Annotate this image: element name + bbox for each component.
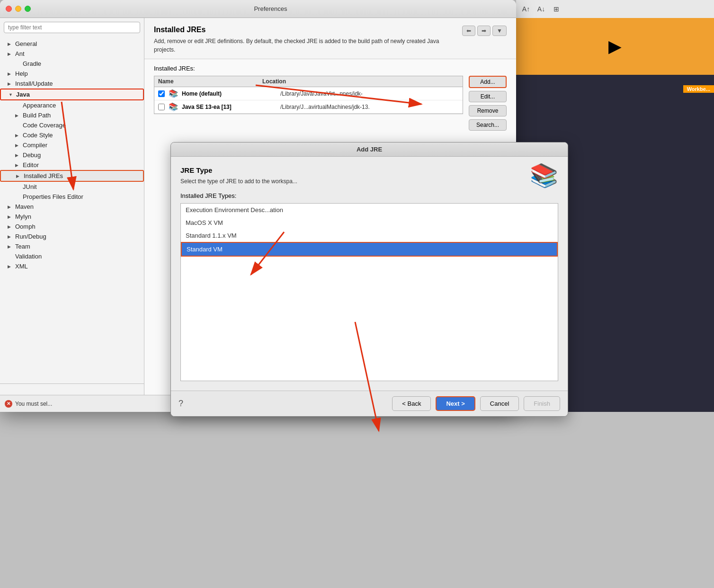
sidebar-item-label: Mylyn [15, 213, 31, 220]
sidebar-item-build-path[interactable]: ▶ Build Path [0, 110, 144, 120]
page-title: Installed JREs [154, 26, 447, 34]
sidebar-item-oomph[interactable]: ▶ Oomph [0, 222, 144, 232]
sidebar-item-label: Install/Update [15, 80, 53, 87]
installed-jre-types-label: Installed JRE Types: [180, 192, 558, 199]
sidebar-item-help[interactable]: ▶ Help [0, 69, 144, 79]
settings-icon[interactable]: ⊞ [550, 3, 562, 15]
sidebar-item-properties-files-editor[interactable]: Properties Files Editor [0, 192, 144, 202]
jre-book-icon: 📚 [169, 89, 178, 98]
sidebar-item-label: Gradle [23, 60, 41, 67]
col-name-header: Name [158, 78, 262, 85]
window-titlebar: Preferences [0, 0, 516, 18]
sidebar-item-gradle[interactable]: Gradle [0, 59, 144, 69]
dialog-footer-buttons: < Back Next > Cancel Finish [392, 396, 560, 411]
sidebar: ▶ General ▶ Ant Gradle ▶ Help [0, 18, 144, 412]
dialog-footer: ? < Back Next > Cancel Finish [171, 391, 568, 416]
sidebar-item-label: Installed JREs [24, 172, 63, 179]
finish-button[interactable]: Finish [524, 396, 560, 411]
sidebar-item-appearance[interactable]: Appearance [0, 100, 144, 110]
dialog-title: Add JRE [357, 146, 382, 153]
sidebar-item-label: Team [15, 243, 30, 250]
remove-button[interactable]: Remove [469, 105, 507, 116]
sidebar-item-label: Code Style [23, 132, 53, 139]
nav-dropdown-button[interactable]: ▼ [492, 26, 507, 36]
status-error: ✕ You must sel... [5, 400, 52, 408]
maximize-button[interactable] [25, 6, 31, 12]
sidebar-item-code-style[interactable]: ▶ Code Style [0, 130, 144, 140]
sidebar-item-mylyn[interactable]: ▶ Mylyn [0, 212, 144, 222]
sidebar-item-ant[interactable]: ▶ Ant [0, 49, 144, 59]
jre-table-container: Name Location 📚 Home (default) /Library/… [154, 76, 507, 131]
font-smaller-icon[interactable]: A↓ [535, 3, 547, 15]
sidebar-item-label: Validation [15, 253, 42, 260]
help-circle-icon[interactable]: ? [178, 399, 183, 408]
expand-arrow: ▶ [16, 174, 22, 178]
expand-arrow: ▶ [8, 71, 13, 76]
add-button[interactable]: Add... [469, 76, 507, 88]
sidebar-item-debug[interactable]: ▶ Debug [0, 150, 144, 160]
expand-arrow: ▶ [8, 214, 13, 219]
sidebar-item-run-debug[interactable]: ▶ Run/Debug [0, 232, 144, 241]
close-button[interactable] [6, 6, 12, 12]
dialog-footer-help: ? [178, 399, 183, 409]
jre-checkbox-1[interactable] [158, 90, 165, 97]
sidebar-item-label: JUnit [23, 183, 37, 190]
edit-button[interactable]: Edit... [469, 91, 507, 102]
expand-arrow: ▶ [8, 224, 13, 229]
sidebar-item-validation[interactable]: Validation [0, 251, 144, 261]
table-row[interactable]: 📚 Java SE 13-ea [13] /Library/J...avirtu… [154, 100, 463, 114]
sidebar-item-label: Properties Files Editor [23, 193, 83, 200]
sidebar-item-team[interactable]: ▶ Team [0, 241, 144, 251]
sidebar-item-installed-jres[interactable]: ▶ Installed JREs [0, 170, 144, 182]
search-button[interactable]: Search... [469, 119, 507, 131]
nav-back-button[interactable]: ⬅ [462, 26, 475, 36]
sidebar-item-compiler[interactable]: ▶ Compiler [0, 140, 144, 150]
back-button[interactable]: < Back [392, 396, 431, 411]
sidebar-item-label: Maven [15, 203, 34, 210]
sidebar-item-label: Oomph [15, 223, 36, 230]
dialog-titlebar: Add JRE [171, 143, 568, 157]
dialog-description: Select the type of JRE to add to the wor… [180, 178, 530, 185]
font-larger-icon[interactable]: A↑ [520, 3, 532, 15]
window-title: Preferences [31, 5, 510, 12]
jre-book-icon: 📚 [169, 102, 178, 111]
expand-arrow: ▶ [8, 264, 13, 269]
jre-location-1: /Library/Java/JavaVirt...nnes/jdk- [280, 90, 363, 97]
sidebar-item-label: Code Coverage [23, 122, 66, 129]
sidebar-item-xml[interactable]: ▶ XML [0, 261, 144, 271]
expand-arrow: ▶ [15, 113, 21, 118]
sidebar-item-label: Debug [23, 151, 41, 159]
expand-arrow: ▶ [15, 163, 21, 168]
expand-arrow: ▶ [8, 234, 13, 239]
expand-arrow: ▶ [15, 133, 21, 138]
sidebar-item-maven[interactable]: ▶ Maven [0, 202, 144, 212]
expand-arrow: ▶ [8, 52, 13, 56]
main-header-left: Installed JREs Add, remove or edit JRE d… [154, 26, 447, 54]
minimize-button[interactable] [15, 6, 21, 12]
sidebar-item-install-update[interactable]: ▶ Install/Update [0, 79, 144, 89]
filter-search-input[interactable] [4, 22, 140, 33]
nav-forward-button[interactable]: ➡ [477, 26, 491, 36]
jre-type-standard-vm[interactable]: Standard VM [181, 242, 558, 257]
dialog-section-title: JRE Type [180, 166, 530, 174]
sidebar-item-editor[interactable]: ▶ Editor [0, 160, 144, 170]
sidebar-item-label: General [15, 40, 37, 47]
sidebar-item-code-coverage[interactable]: Code Coverage [0, 120, 144, 130]
jre-type-ee-desc[interactable]: Execution Environment Desc...ation [181, 204, 558, 216]
sidebar-item-label: Editor [23, 161, 39, 169]
sidebar-item-junit[interactable]: JUnit [0, 182, 144, 192]
sidebar-item-java[interactable]: ▼ Java [0, 89, 144, 100]
traffic-lights [6, 6, 31, 12]
jre-type-macos-vm[interactable]: MacOS X VM [181, 216, 558, 229]
jre-types-list: Execution Environment Desc...ation MacOS… [180, 203, 558, 381]
sidebar-item-label: Ant [15, 50, 25, 57]
jre-section: Installed JREs: Name Location 📚 Home (de… [144, 59, 516, 136]
next-button[interactable]: Next > [436, 396, 475, 411]
sidebar-item-label: Java [16, 91, 30, 98]
jre-checkbox-2[interactable] [158, 104, 165, 110]
table-row[interactable]: 📚 Home (default) /Library/Java/JavaVirt.… [154, 87, 463, 100]
col-location-header: Location [262, 78, 459, 85]
sidebar-item-general[interactable]: ▶ General [0, 39, 144, 49]
cancel-button[interactable]: Cancel [480, 396, 519, 411]
jre-type-standard-11-vm[interactable]: Standard 1.1.x VM [181, 229, 558, 242]
